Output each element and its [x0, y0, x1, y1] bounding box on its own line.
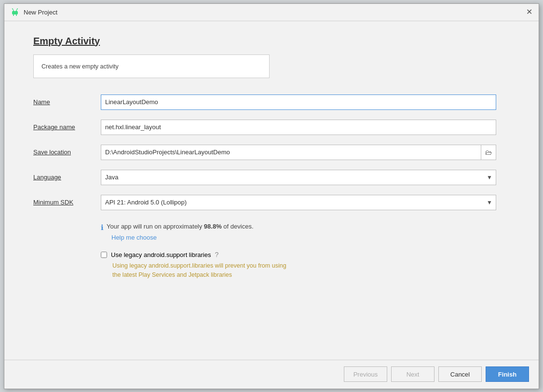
android-icon [10, 7, 20, 17]
package-input[interactable] [101, 120, 496, 135]
language-label: Language [33, 174, 61, 181]
language-row: Language Java Kotlin ▼ [33, 165, 510, 190]
dialog-body: Empty Activity Creates a new empty activ… [4, 21, 539, 360]
info-text-before: Your app will run on approximately [107, 223, 204, 230]
title-bar: New Project ✕ [4, 4, 539, 21]
language-input-cell: Java Kotlin ▼ [101, 165, 510, 190]
svg-rect-2 [12, 11, 18, 14]
save-label: Save location [33, 149, 71, 156]
name-input-cell [101, 90, 510, 115]
close-button[interactable]: ✕ [525, 8, 533, 16]
svg-rect-4 [16, 14, 17, 16]
info-message: Your app will run on approximately 98.8%… [107, 223, 254, 230]
dialog-footer: Previous Next Cancel Finish [4, 360, 539, 389]
new-project-dialog: New Project ✕ Empty Activity Creates a n… [4, 3, 539, 389]
save-location-input[interactable] [101, 145, 481, 160]
language-select[interactable]: Java Kotlin [101, 170, 496, 185]
dialog-title: New Project [24, 9, 57, 16]
help-me-choose-link[interactable]: Help me choose [111, 234, 157, 241]
finish-button[interactable]: Finish [486, 366, 529, 382]
sdk-input-cell: API 21: Android 5.0 (Lollipop) API 22: A… [101, 190, 510, 215]
language-label-cell: Language [33, 165, 101, 190]
info-text-row: ℹ Your app will run on approximately 98.… [101, 223, 510, 232]
folder-icon: 🗁 [485, 149, 492, 156]
name-input[interactable] [101, 95, 496, 110]
browse-folder-button[interactable]: 🗁 [481, 145, 496, 160]
sdk-select-wrapper: API 21: Android 5.0 (Lollipop) API 22: A… [101, 195, 496, 210]
cancel-button[interactable]: Cancel [438, 366, 482, 382]
save-location-row: Save location 🗁 [33, 140, 510, 165]
next-button[interactable]: Next [391, 366, 434, 382]
info-row: ℹ Your app will run on approximately 98.… [101, 223, 510, 242]
sdk-row: Minimum SDK API 21: Android 5.0 (Lollipo… [33, 190, 510, 215]
name-label-cell: Name [33, 90, 101, 115]
title-bar-left: New Project [10, 7, 57, 17]
activity-preview-text: Creates a new empty activity [41, 63, 119, 70]
legacy-checkbox-row: Use legacy android.support libraries ? [101, 251, 510, 258]
legacy-desc-line1: Using legacy android.support.libraries w… [112, 262, 286, 269]
svg-rect-7 [12, 9, 13, 9]
save-input-group: 🗁 [101, 145, 496, 160]
svg-rect-3 [13, 14, 14, 16]
form-table: Name Package name Save location [33, 90, 510, 215]
package-input-cell [101, 115, 510, 140]
legacy-desc-line2: the latest Play Services and Jetpack lib… [112, 271, 232, 278]
section-title: Empty Activity [33, 36, 510, 47]
save-label-cell: Save location [33, 140, 101, 165]
sdk-label-cell: Minimum SDK [33, 190, 101, 215]
legacy-help-icon[interactable]: ? [215, 251, 218, 258]
package-row: Package name [33, 115, 510, 140]
package-label-cell: Package name [33, 115, 101, 140]
name-label: Name [33, 98, 50, 106]
name-row: Name [33, 90, 510, 115]
previous-button[interactable]: Previous [344, 366, 387, 382]
legacy-row: Use legacy android.support libraries ? U… [101, 251, 510, 280]
activity-preview-box: Creates a new empty activity [33, 54, 270, 78]
package-label: Package name [33, 123, 75, 131]
save-input-cell: 🗁 [101, 140, 510, 165]
legacy-description: Using legacy android.support.libraries w… [112, 261, 510, 280]
info-text-after: of devices. [222, 223, 254, 230]
info-icon: ℹ [101, 223, 104, 232]
sdk-label: Minimum SDK [33, 199, 73, 206]
svg-rect-8 [17, 9, 18, 9]
legacy-checkbox[interactable] [101, 252, 107, 258]
language-select-wrapper: Java Kotlin ▼ [101, 170, 496, 185]
info-percentage: 98.8% [204, 223, 222, 230]
sdk-select[interactable]: API 21: Android 5.0 (Lollipop) API 22: A… [101, 195, 496, 210]
legacy-label: Use legacy android.support libraries [111, 251, 211, 258]
